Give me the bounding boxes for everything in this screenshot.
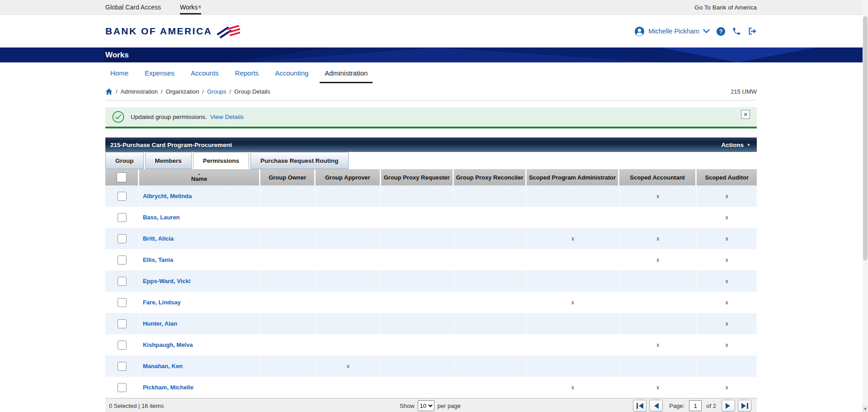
row-checkbox[interactable] bbox=[118, 298, 127, 307]
home-icon[interactable] bbox=[105, 88, 113, 95]
help-icon[interactable]: ? bbox=[716, 27, 726, 36]
first-page-button[interactable] bbox=[633, 400, 646, 412]
breadcrumb: / Administration / Organization / Groups… bbox=[105, 88, 270, 95]
column-header-scoped-accountant[interactable]: Scoped Accountant bbox=[619, 169, 697, 185]
permission-empty-cell bbox=[260, 292, 316, 313]
row-checkbox[interactable] bbox=[118, 192, 127, 201]
page-size-select[interactable]: 10 bbox=[418, 400, 434, 411]
member-name-link[interactable]: Hunter, Alan bbox=[143, 320, 177, 327]
works-banner: Works bbox=[0, 47, 868, 62]
alert-close-button[interactable]: ✕ bbox=[741, 110, 750, 119]
permission-empty-cell bbox=[527, 355, 619, 377]
column-header-scoped-auditor[interactable]: Scoped Auditor bbox=[697, 169, 757, 185]
alert-view-details-link[interactable]: View Details bbox=[210, 114, 244, 120]
nav-accounts[interactable]: Accounts bbox=[186, 62, 224, 83]
member-name-link[interactable]: Bass, Lauren bbox=[143, 214, 180, 221]
member-name-cell: Fare, Lindsay bbox=[139, 292, 260, 313]
nav-accounting[interactable]: Accounting bbox=[270, 62, 313, 83]
column-header-scoped-program-administrator[interactable]: Scoped Program Administrator bbox=[527, 169, 619, 185]
row-checkbox[interactable] bbox=[118, 256, 127, 265]
nav-expenses[interactable]: Expenses bbox=[140, 62, 179, 83]
tab-permissions[interactable]: Permissions bbox=[193, 152, 249, 169]
next-page-icon bbox=[726, 403, 731, 409]
permission-empty-cell bbox=[454, 249, 527, 270]
global-card-access-label: Global Card Access bbox=[105, 4, 161, 11]
sign-out-icon[interactable] bbox=[747, 27, 757, 36]
permission-empty-cell bbox=[316, 228, 381, 249]
app-header: BANK OF AMERICA Michelle Pickham bbox=[0, 15, 868, 47]
breadcrumb-separator: / bbox=[161, 88, 163, 95]
permission-mark-cell: x bbox=[527, 377, 619, 398]
nav-reports[interactable]: Reports bbox=[230, 62, 264, 83]
table-row: Hunter, Alanx bbox=[105, 313, 757, 334]
tab-group[interactable]: Group bbox=[105, 152, 144, 169]
permission-empty-cell bbox=[316, 207, 381, 228]
page-number-input[interactable] bbox=[689, 400, 702, 411]
table-row: Epps-Ward, Vickix bbox=[105, 270, 757, 292]
actions-dropdown[interactable]: Actions ▼ bbox=[722, 142, 757, 148]
member-name-link[interactable]: Epps-Ward, Vicki bbox=[143, 278, 190, 284]
sort-ascending-icon: ▲ bbox=[198, 172, 201, 175]
vertical-scrollbar[interactable]: ▼ bbox=[863, 0, 868, 412]
permission-empty-cell bbox=[260, 377, 316, 398]
permission-empty-cell bbox=[527, 185, 619, 207]
permission-empty-cell bbox=[527, 249, 619, 270]
user-menu[interactable]: Michelle Pickham bbox=[634, 26, 710, 37]
permission-mark-cell: x bbox=[619, 334, 697, 355]
bank-of-america-logo-text: BANK OF AMERICA bbox=[105, 26, 212, 37]
column-label: Scoped Auditor bbox=[705, 174, 749, 181]
breadcrumb-groups-link[interactable]: Groups bbox=[207, 88, 226, 95]
global-card-access-tab[interactable]: Global Card Access bbox=[105, 0, 161, 14]
row-checkbox[interactable] bbox=[118, 341, 127, 350]
row-checkbox-cell bbox=[105, 185, 139, 207]
previous-page-button[interactable] bbox=[649, 400, 663, 412]
member-name-link[interactable]: Albrycht, Melinda bbox=[143, 193, 192, 199]
member-name-cell: Ellis, Tania bbox=[139, 249, 260, 270]
permission-mark-cell: x bbox=[316, 355, 381, 377]
member-name-link[interactable]: Kishpaugh, Melva bbox=[143, 341, 193, 348]
row-checkbox[interactable] bbox=[118, 277, 127, 286]
column-header-name[interactable]: ▲ Name bbox=[139, 169, 260, 185]
last-page-button[interactable] bbox=[738, 400, 751, 412]
phone-icon[interactable] bbox=[732, 27, 741, 36]
member-name-link[interactable]: Fare, Lindsay bbox=[143, 299, 181, 306]
page-total-label: of 2 bbox=[706, 403, 716, 409]
go-to-bank-of-america-link[interactable]: Go To Bank of America bbox=[694, 0, 757, 14]
nav-home[interactable]: Home bbox=[105, 62, 133, 83]
select-all-checkbox[interactable] bbox=[117, 172, 127, 182]
actions-label: Actions bbox=[722, 142, 744, 148]
member-name-link[interactable]: Pickham, Michelle bbox=[143, 384, 193, 391]
member-name-link[interactable]: Britt, Alicia bbox=[143, 235, 174, 242]
row-checkbox[interactable] bbox=[118, 383, 127, 392]
scroll-down-arrow-icon[interactable]: ▼ bbox=[863, 406, 868, 412]
column-header-group-approver[interactable]: Group Approver bbox=[316, 169, 381, 185]
member-name-link[interactable]: Ellis, Tania bbox=[143, 256, 173, 263]
tab-members[interactable]: Members bbox=[145, 152, 192, 169]
column-header-group-proxy-reconciler[interactable]: Group Proxy Reconciler bbox=[454, 169, 527, 185]
permission-empty-cell bbox=[454, 355, 527, 377]
row-checkbox[interactable] bbox=[118, 319, 127, 328]
row-checkbox-cell bbox=[105, 313, 139, 334]
scrollbar-thumb[interactable] bbox=[863, 16, 868, 260]
column-label: Name bbox=[191, 175, 207, 182]
row-checkbox[interactable] bbox=[118, 234, 127, 243]
column-header-group-proxy-requester[interactable]: Group Proxy Requester bbox=[381, 169, 454, 185]
permission-mark-cell: x bbox=[697, 270, 757, 292]
member-name-cell: Pickham, Michelle bbox=[139, 377, 260, 398]
row-checkbox[interactable] bbox=[118, 362, 127, 371]
row-checkbox-cell bbox=[105, 377, 139, 398]
breadcrumb-administration: Administration bbox=[121, 88, 158, 95]
column-label: Scoped Accountant bbox=[630, 174, 685, 181]
bank-of-america-logo[interactable]: BANK OF AMERICA bbox=[105, 24, 240, 38]
permission-empty-cell bbox=[454, 185, 527, 207]
permission-mark-cell: x bbox=[697, 185, 757, 207]
row-checkbox[interactable] bbox=[118, 213, 127, 222]
member-name-link[interactable]: Manahan, Ken bbox=[143, 363, 183, 369]
selection-summary: 0 Selected | 16 items bbox=[105, 403, 400, 409]
works-tab[interactable]: Works® bbox=[180, 0, 201, 14]
column-header-group-owner[interactable]: Group Owner bbox=[260, 169, 316, 185]
alert-message: Updated group permissions. bbox=[131, 114, 207, 120]
tab-purchase-request-routing[interactable]: Purchase Request Routing bbox=[250, 152, 349, 169]
next-page-button[interactable] bbox=[722, 400, 735, 412]
nav-administration[interactable]: Administration bbox=[320, 62, 373, 83]
